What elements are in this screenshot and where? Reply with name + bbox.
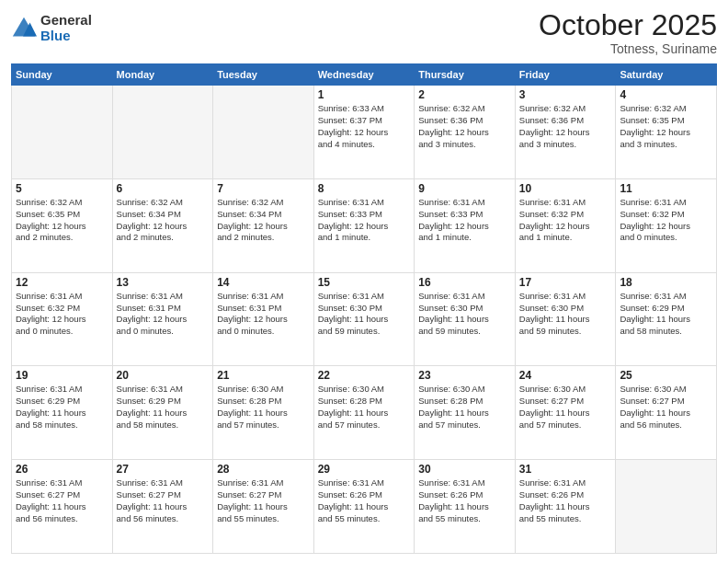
col-monday: Monday: [112, 64, 213, 86]
cell-line: Sunset: 6:34 PM: [117, 209, 210, 221]
table-row: 30Sunrise: 6:31 AMSunset: 6:26 PMDayligh…: [415, 460, 516, 554]
cell-line: Daylight: 12 hours: [117, 314, 210, 326]
day-number: 21: [217, 369, 310, 382]
cell-line: Sunrise: 6:31 AM: [519, 477, 612, 489]
table-row: 23Sunrise: 6:30 AMSunset: 6:28 PMDayligh…: [415, 366, 516, 460]
day-number: 26: [16, 463, 108, 476]
cell-line: Sunrise: 6:32 AM: [117, 197, 210, 209]
cell-line: Sunset: 6:27 PM: [620, 396, 712, 408]
cell-line: Sunrise: 6:32 AM: [620, 103, 712, 115]
day-number: 22: [318, 369, 411, 382]
cell-line: Daylight: 12 hours: [620, 221, 712, 233]
day-number: 5: [16, 182, 108, 195]
cell-line: Sunrise: 6:30 AM: [519, 384, 612, 396]
cell-line: Daylight: 11 hours: [117, 408, 210, 419]
cell-line: and 2 minutes.: [117, 232, 210, 244]
cell-line: and 59 minutes.: [318, 326, 411, 338]
cell-line: Sunset: 6:36 PM: [418, 115, 511, 127]
day-number: 12: [16, 276, 108, 289]
table-row: 14Sunrise: 6:31 AMSunset: 6:31 PMDayligh…: [213, 272, 314, 366]
cell-line: and 0 minutes.: [217, 326, 310, 338]
cell-line: Sunrise: 6:31 AM: [318, 291, 411, 303]
table-row: 7Sunrise: 6:32 AMSunset: 6:34 PMDaylight…: [213, 178, 314, 272]
cell-line: Sunrise: 6:31 AM: [519, 291, 612, 303]
cell-line: Daylight: 12 hours: [620, 127, 712, 139]
cell-line: Sunrise: 6:32 AM: [519, 103, 612, 115]
cell-line: and 58 minutes.: [117, 419, 210, 431]
cell-line: Sunrise: 6:31 AM: [217, 291, 310, 303]
table-row: 24Sunrise: 6:30 AMSunset: 6:27 PMDayligh…: [515, 366, 616, 460]
logo-icon: [11, 16, 37, 41]
day-number: 16: [418, 276, 511, 289]
cell-line: and 56 minutes.: [620, 419, 712, 431]
cell-line: Daylight: 11 hours: [620, 314, 712, 326]
col-friday: Friday: [515, 64, 616, 86]
cell-line: Sunrise: 6:31 AM: [16, 477, 108, 489]
cell-line: and 59 minutes.: [519, 326, 612, 338]
cell-line: Daylight: 12 hours: [16, 314, 108, 326]
cell-line: Sunset: 6:29 PM: [117, 396, 210, 408]
cell-line: Sunrise: 6:32 AM: [16, 197, 108, 209]
cell-line: Sunrise: 6:31 AM: [620, 291, 712, 303]
cell-line: Sunset: 6:32 PM: [16, 303, 108, 315]
day-number: 2: [418, 88, 511, 101]
header: General Blue October 2025 Totness, Surin…: [11, 9, 717, 56]
cell-line: Daylight: 11 hours: [418, 314, 511, 326]
day-number: 15: [318, 276, 411, 289]
cell-line: Sunset: 6:26 PM: [418, 489, 511, 501]
calendar-week-3: 19Sunrise: 6:31 AMSunset: 6:29 PMDayligh…: [12, 366, 717, 460]
cell-line: Sunset: 6:28 PM: [217, 396, 310, 408]
cell-line: and 1 minute.: [519, 232, 612, 244]
cell-line: Sunset: 6:33 PM: [318, 209, 411, 221]
cell-line: Sunrise: 6:30 AM: [318, 384, 411, 396]
cell-line: Sunrise: 6:30 AM: [418, 384, 511, 396]
cell-line: Sunrise: 6:31 AM: [16, 291, 108, 303]
table-row: 8Sunrise: 6:31 AMSunset: 6:33 PMDaylight…: [313, 178, 415, 272]
cell-line: and 57 minutes.: [217, 419, 310, 431]
cell-line: Sunrise: 6:31 AM: [620, 197, 712, 209]
day-number: 1: [318, 88, 411, 101]
table-row: 13Sunrise: 6:31 AMSunset: 6:31 PMDayligh…: [112, 272, 213, 366]
col-tuesday: Tuesday: [213, 64, 314, 86]
day-number: 3: [519, 88, 612, 101]
cell-line: Daylight: 11 hours: [117, 501, 210, 513]
cell-line: Sunset: 6:34 PM: [217, 209, 310, 221]
table-row: 1Sunrise: 6:33 AMSunset: 6:37 PMDaylight…: [313, 86, 415, 179]
col-sunday: Sunday: [12, 64, 113, 86]
cell-line: Daylight: 12 hours: [318, 221, 411, 233]
day-number: 20: [117, 369, 210, 382]
cell-line: Daylight: 12 hours: [318, 127, 411, 139]
cell-line: Sunset: 6:37 PM: [318, 115, 411, 127]
cell-line: and 59 minutes.: [418, 326, 511, 338]
cell-line: Sunset: 6:27 PM: [117, 489, 210, 501]
cell-line: and 55 minutes.: [418, 513, 511, 525]
cell-line: Sunrise: 6:31 AM: [519, 197, 612, 209]
cell-line: Sunrise: 6:31 AM: [117, 291, 210, 303]
cell-line: and 56 minutes.: [117, 513, 210, 525]
cell-line: Daylight: 12 hours: [117, 221, 210, 233]
cell-line: Sunset: 6:27 PM: [217, 489, 310, 501]
cell-line: Sunset: 6:35 PM: [620, 115, 712, 127]
cell-line: Daylight: 11 hours: [519, 314, 612, 326]
cell-line: and 2 minutes.: [217, 232, 310, 244]
table-row: 28Sunrise: 6:31 AMSunset: 6:27 PMDayligh…: [213, 460, 314, 554]
cell-line: and 0 minutes.: [16, 326, 108, 338]
cell-line: and 55 minutes.: [318, 513, 411, 525]
day-number: 14: [217, 276, 310, 289]
table-row: 10Sunrise: 6:31 AMSunset: 6:32 PMDayligh…: [515, 178, 616, 272]
calendar-week-4: 26Sunrise: 6:31 AMSunset: 6:27 PMDayligh…: [12, 460, 717, 554]
cell-line: Sunset: 6:31 PM: [217, 303, 310, 315]
calendar-table: Sunday Monday Tuesday Wednesday Thursday…: [11, 63, 717, 554]
table-row: [616, 460, 717, 554]
day-number: 24: [519, 369, 612, 382]
month-title: October 2025: [539, 9, 717, 41]
cell-line: Sunrise: 6:31 AM: [418, 291, 511, 303]
title-block: October 2025 Totness, Suriname: [539, 9, 717, 56]
cell-line: and 56 minutes.: [16, 513, 108, 525]
cell-line: and 0 minutes.: [620, 232, 712, 244]
cell-line: Sunrise: 6:32 AM: [217, 197, 310, 209]
cell-line: Sunset: 6:31 PM: [117, 303, 210, 315]
cell-line: and 57 minutes.: [519, 419, 612, 431]
cell-line: Sunset: 6:26 PM: [318, 489, 411, 501]
cell-line: and 55 minutes.: [217, 513, 310, 525]
